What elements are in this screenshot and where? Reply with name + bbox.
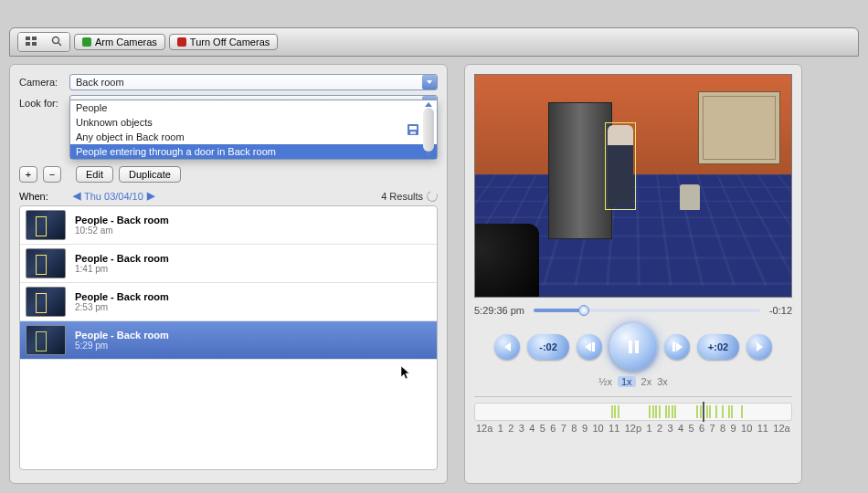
result-thumbnail — [26, 325, 66, 355]
hour-label: 3 — [667, 423, 672, 434]
timeline-event-tick — [674, 405, 676, 418]
timeline-event-tick — [652, 405, 654, 418]
hour-label: 1 — [498, 423, 503, 434]
prev-day-button[interactable]: ◀ — [69, 190, 84, 202]
detected-person — [608, 125, 633, 207]
timeline-event-tick — [649, 405, 651, 418]
hour-label: 8 — [720, 423, 725, 434]
chevron-down-icon[interactable] — [422, 75, 437, 89]
divider — [474, 396, 792, 397]
timeline-event-tick — [655, 405, 657, 418]
hour-label: 10 — [741, 423, 752, 434]
results-list: People - Back room 10:52 am People - Bac… — [19, 205, 438, 470]
duplicate-button[interactable]: Duplicate — [119, 166, 181, 183]
camera-label: Camera: — [19, 77, 69, 88]
result-row[interactable]: People - Back room 5:29 pm — [20, 321, 437, 360]
hour-label: 4 — [529, 423, 535, 434]
results-count: 4 Results — [381, 191, 423, 202]
arrow-up-icon[interactable] — [425, 102, 432, 107]
hour-label: 5 — [688, 423, 693, 434]
magnifier-icon — [51, 36, 62, 47]
lookfor-option[interactable]: Unknown objects — [70, 115, 437, 130]
result-title: People - Back room — [75, 330, 169, 341]
when-label: When: — [19, 191, 69, 202]
timeline-event-tick — [659, 405, 661, 418]
speed-option[interactable]: ½x — [598, 376, 612, 387]
svg-rect-3 — [32, 42, 37, 46]
result-title: People - Back room — [75, 215, 169, 226]
detection-box-icon — [605, 122, 636, 210]
svg-rect-2 — [26, 42, 30, 46]
svg-rect-8 — [410, 131, 416, 134]
timeline-event-tick — [728, 405, 730, 418]
reload-icon[interactable] — [425, 189, 439, 203]
grid-icon — [26, 37, 37, 46]
hour-label: 2 — [657, 423, 662, 434]
skip-back-button[interactable]: -:02 — [527, 334, 569, 360]
hour-label: 2 — [508, 423, 513, 434]
timeline-event-tick — [722, 405, 724, 418]
timeline-playhead[interactable] — [703, 402, 704, 422]
hour-label: 11 — [757, 423, 768, 434]
playhead-slider[interactable] — [534, 309, 760, 312]
add-filter-button[interactable]: + — [19, 166, 37, 183]
timeline-event-tick — [668, 405, 670, 418]
timeline-event-tick — [741, 405, 743, 418]
jump-end-button[interactable] — [746, 334, 772, 360]
next-day-button[interactable]: ▶ — [143, 190, 158, 202]
result-title: People - Back room — [75, 291, 169, 302]
result-time: 2:53 pm — [75, 302, 169, 312]
svg-rect-1 — [32, 37, 37, 40]
power-off-icon — [177, 37, 186, 47]
jump-start-button[interactable] — [494, 334, 520, 360]
view-grid-button[interactable] — [18, 33, 44, 51]
timeline-event-tick — [731, 405, 733, 418]
lookfor-dropdown: People Unknown objects Any object in Bac… — [69, 100, 438, 160]
event-timeline[interactable]: 12a123456789101112p123456789101112a — [474, 403, 792, 434]
lookfor-option[interactable]: Any object in Back room — [70, 130, 437, 144]
hour-label: 1 — [646, 423, 651, 434]
turnoff-cameras-button[interactable]: Turn Off Cameras — [169, 34, 278, 50]
result-row[interactable]: People - Back room 10:52 am — [20, 206, 437, 245]
video-viewport[interactable] — [474, 74, 792, 298]
view-search-button[interactable] — [44, 33, 69, 51]
hour-label: 8 — [571, 423, 577, 434]
skip-forward-button[interactable]: +:02 — [697, 334, 739, 360]
timeline-event-tick — [696, 405, 698, 418]
hour-label: 11 — [609, 423, 619, 434]
hour-label: 5 — [540, 423, 545, 434]
timeline-event-tick — [614, 405, 616, 418]
speed-option[interactable]: 2x — [641, 376, 652, 387]
hour-label: 7 — [561, 423, 566, 434]
svg-rect-7 — [409, 126, 417, 130]
slider-knob[interactable] — [578, 305, 589, 316]
lookfor-option-selected[interactable]: People entering through a door in Back r… — [70, 144, 437, 159]
timeline-event-tick — [709, 405, 711, 418]
result-time: 10:52 am — [75, 226, 169, 236]
timeline-event-tick — [618, 405, 619, 418]
speed-option[interactable]: 1x — [618, 376, 636, 387]
time-remaining: -0:12 — [769, 305, 792, 316]
step-forward-button[interactable] — [664, 334, 690, 360]
save-icon[interactable] — [408, 124, 418, 135]
edit-button[interactable]: Edit — [76, 166, 113, 183]
arm-cameras-button[interactable]: Arm Cameras — [74, 34, 165, 50]
arrow-down-icon[interactable] — [425, 152, 432, 157]
hour-label: 12a — [773, 423, 789, 434]
camera-combo[interactable]: Back room — [69, 74, 438, 90]
dropdown-scrollbar[interactable] — [422, 102, 435, 157]
hour-label: 10 — [592, 423, 603, 434]
view-segment[interactable] — [17, 32, 70, 52]
result-row[interactable]: People - Back room 1:41 pm — [20, 245, 437, 283]
remove-filter-button[interactable]: − — [43, 166, 61, 183]
result-time: 5:29 pm — [75, 341, 169, 351]
date-display[interactable]: Thu 03/04/10 — [84, 191, 143, 202]
speed-option[interactable]: 3x — [657, 376, 668, 387]
result-row[interactable]: People - Back room 2:53 pm — [20, 283, 437, 321]
step-back-button[interactable] — [577, 334, 602, 360]
play-pause-button[interactable] — [609, 323, 657, 371]
hour-label: 6 — [699, 423, 704, 434]
result-time: 1:41 pm — [75, 264, 169, 274]
hour-label: 12p — [625, 423, 641, 434]
lookfor-option[interactable]: People — [70, 100, 437, 115]
